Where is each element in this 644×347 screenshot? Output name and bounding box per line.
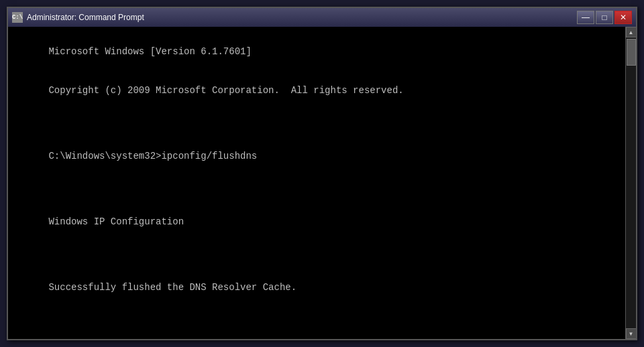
window-title: Administrator: Command Prompt bbox=[27, 13, 144, 22]
scroll-thumb[interactable] bbox=[627, 39, 636, 66]
scroll-up-button[interactable]: ▲ bbox=[626, 27, 637, 38]
line-2: Copyright (c) 2009 Microsoft Corporation… bbox=[48, 85, 403, 96]
line-8: Successfully flushed the DNS Resolver Ca… bbox=[48, 282, 297, 293]
window-body: Microsoft Windows [Version 6.1.7601] Cop… bbox=[8, 27, 636, 339]
close-button[interactable]: ✕ bbox=[614, 11, 632, 24]
minimize-button[interactable]: — bbox=[577, 11, 594, 24]
window-icon: C:\ bbox=[12, 12, 23, 23]
line-4: C:\Windows\system32>ipconfig/flushdns bbox=[48, 151, 257, 161]
command-prompt-window: C:\ Administrator: Command Prompt — □ ✕ … bbox=[7, 7, 637, 340]
line-1: Microsoft Windows [Version 6.1.7601] bbox=[48, 46, 251, 57]
title-bar: C:\ Administrator: Command Prompt — □ ✕ bbox=[8, 8, 636, 27]
scroll-track[interactable] bbox=[626, 38, 636, 328]
maximize-button[interactable]: □ bbox=[596, 11, 613, 24]
scrollbar[interactable]: ▲ ▼ bbox=[625, 27, 636, 339]
window-controls: — □ ✕ bbox=[577, 11, 632, 24]
scroll-down-button[interactable]: ▼ bbox=[626, 328, 637, 339]
line-6: Windows IP Configuration bbox=[48, 216, 184, 227]
terminal-output[interactable]: Microsoft Windows [Version 6.1.7601] Cop… bbox=[8, 27, 625, 339]
title-bar-left: C:\ Administrator: Command Prompt bbox=[12, 12, 144, 23]
